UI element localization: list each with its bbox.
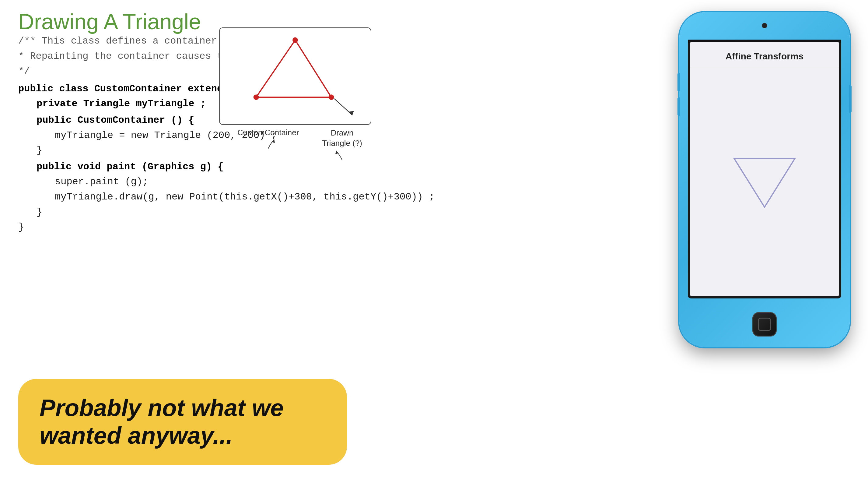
svg-point-1 (292, 37, 298, 43)
code-line10: } (18, 221, 24, 233)
diagram-svg (220, 28, 371, 124)
yellow-banner: Probably not what we wanted anyway... (18, 379, 347, 465)
page-title: Drawing A Triangle (18, 9, 201, 34)
svg-marker-0 (256, 40, 332, 97)
svg-point-2 (329, 94, 334, 100)
phone-screen: Affine Transforms (690, 42, 839, 296)
svg-point-3 (253, 94, 259, 100)
phone-camera-icon (762, 23, 767, 28)
phone-app-title: Affine Transforms (690, 42, 839, 68)
phone-screen-outer: Affine Transforms (688, 39, 841, 298)
banner-text: Probably not what we wanted anyway... (39, 394, 326, 450)
phone-shell: Affine Transforms (679, 12, 850, 347)
phone-wrapper: Affine Transforms (679, 12, 850, 347)
code-line9: } (36, 207, 42, 218)
diagram-labels: CustomContainer DrawnTriangle (?) (219, 128, 371, 161)
phone-app-content (690, 68, 839, 296)
code-line6: public void paint (Graphics g) { (36, 161, 224, 172)
code-line8: myTriangle.draw(g, new Point(this.getX()… (55, 191, 435, 203)
phone-triangle-svg (725, 149, 804, 216)
svg-marker-7 (734, 158, 795, 207)
phone-volume-down-button (678, 97, 680, 116)
code-line7: super.paint (g); (55, 176, 148, 187)
diagram-box (219, 27, 371, 125)
code-line5-open: } (36, 145, 42, 156)
phone-home-button-inner (758, 318, 771, 331)
phone-home-button[interactable] (752, 312, 777, 336)
phone-power-button (849, 85, 851, 113)
diagram-label-container: CustomContainer (219, 128, 299, 161)
phone-volume-up-button (678, 73, 680, 91)
diagram-label-triangle: DrawnTriangle (?) (322, 128, 371, 161)
code-line3: public CustomContainer () { (36, 115, 194, 126)
code-line2: private Triangle myTriangle ; (36, 98, 206, 109)
